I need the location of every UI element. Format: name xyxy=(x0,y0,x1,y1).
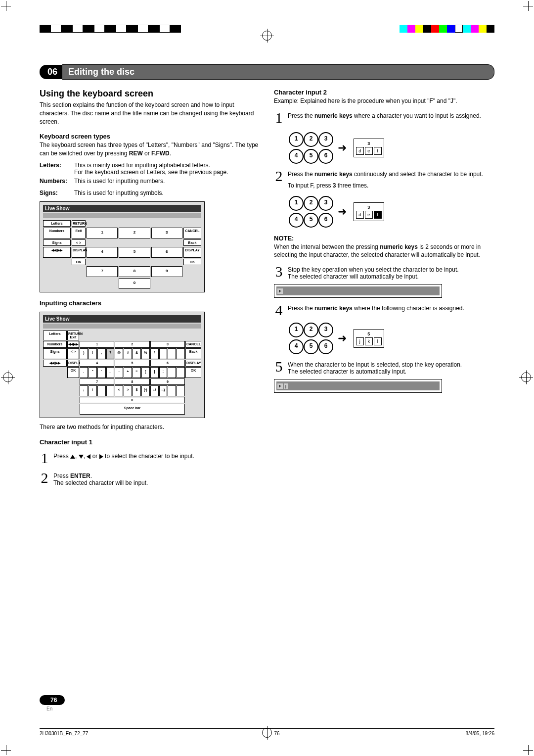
chapter-number: 06 xyxy=(40,65,62,79)
key-hint: 3 def xyxy=(354,202,384,221)
def-term-letters: Letters: xyxy=(40,162,74,176)
step-1: 1 Press , , or to select the character t… xyxy=(40,451,260,466)
numpad-icon: 123 456 xyxy=(289,323,331,354)
print-registration-bar xyxy=(0,20,534,38)
def-body: This is mainly used for inputting alphab… xyxy=(74,162,210,169)
input-field xyxy=(43,213,201,218)
crop-mark xyxy=(1,745,11,755)
key-hint: 5 jkl xyxy=(354,329,384,348)
def-body: This is used for inputting numbers. xyxy=(74,178,260,185)
types-paragraph: The keyboard screen has three types of "… xyxy=(40,141,260,158)
note-text: When the interval between the pressing n… xyxy=(274,243,494,260)
definitions: Letters: This is mainly used for inputti… xyxy=(40,162,260,196)
key-hint: 3 def xyxy=(354,139,384,157)
crop-mark xyxy=(523,745,533,755)
numpad-icon: 123 456 xyxy=(289,196,331,228)
intro-text: This section explains the function of th… xyxy=(40,101,260,126)
note-heading: NOTE: xyxy=(274,235,494,242)
numpad-icon: 123 456 xyxy=(289,132,331,164)
def-term-signs: Signs: xyxy=(40,189,74,196)
down-arrow-icon xyxy=(79,455,84,459)
result-bar: F xyxy=(274,284,442,298)
step-4: 4 Press the numeric keys where the follo… xyxy=(274,303,494,318)
character-input-1-heading: Character input 1 xyxy=(40,438,260,446)
numpad-illustration: 123 456 ➜ 3 def xyxy=(289,196,494,228)
right-arrow-icon xyxy=(99,454,103,459)
numpad-illustration: 123 456 ➜ 5 jkl xyxy=(289,323,494,354)
def-body: This is used for inputting symbols. xyxy=(74,189,260,196)
arrow-icon: ➜ xyxy=(338,142,347,154)
keyboard-screenshot-signs: Live Show LettersRETURNExit Numbers◀◀▶▶ … xyxy=(40,312,205,418)
step-1: 1 Press the numeric keys where a charact… xyxy=(274,110,494,125)
crop-mark xyxy=(523,1,533,11)
page-number: 76 En xyxy=(40,695,65,711)
right-column: Character input 2 Example: Explained her… xyxy=(274,86,494,486)
result-bar: Fj xyxy=(274,379,442,393)
chapter-title: Editing the disc xyxy=(62,64,494,80)
keyboard-screenshot-numbers: Live Show LettersRETURN NumbersExit 123C… xyxy=(40,201,205,292)
step-5: 5 When the character to be input is sele… xyxy=(274,359,494,375)
character-input-2-heading: Character input 2 xyxy=(274,89,494,96)
up-arrow-icon xyxy=(70,455,75,459)
registration-mark xyxy=(521,373,531,384)
page: 06 Editing the disc Using the keyboard s… xyxy=(0,0,534,756)
chapter-header: 06 Editing the disc xyxy=(40,64,494,80)
footer-date: 8/4/05, 19:26 xyxy=(466,731,494,736)
arrow-icon: ➜ xyxy=(338,332,347,345)
subheading-inputting: Inputting characters xyxy=(40,299,260,307)
def-term-numbers: Numbers: xyxy=(40,178,74,185)
step-2: 2 Press the numeric keys continuously an… xyxy=(274,169,494,191)
two-methods-text: There are two methods for inputting char… xyxy=(40,423,260,431)
registration-mark xyxy=(3,373,13,384)
content-area: 06 Editing the disc Using the keyboard s… xyxy=(0,0,534,516)
crop-mark xyxy=(1,1,11,11)
subheading-types: Keyboard screen types xyxy=(40,133,260,140)
numpad-illustration: 123 456 ➜ 3 def xyxy=(289,132,494,164)
arrow-icon: ➜ xyxy=(338,205,347,218)
section-heading: Using the keyboard screen xyxy=(40,89,260,99)
step-2: 2 Press ENTER. The selected character wi… xyxy=(40,471,260,486)
def-body: For the keyboard screen of Letters, see … xyxy=(74,169,228,176)
left-column: Using the keyboard screen This section e… xyxy=(40,86,260,486)
input-field xyxy=(43,324,201,329)
step-3: 3 Stop the key operation when you select… xyxy=(274,264,494,280)
registration-mark xyxy=(262,728,272,739)
example-text: Example: Explained here is the procedure… xyxy=(274,97,494,105)
footer-file: 2H30301B_En_72_77 xyxy=(40,731,88,736)
footer-page: 76 xyxy=(274,731,279,736)
